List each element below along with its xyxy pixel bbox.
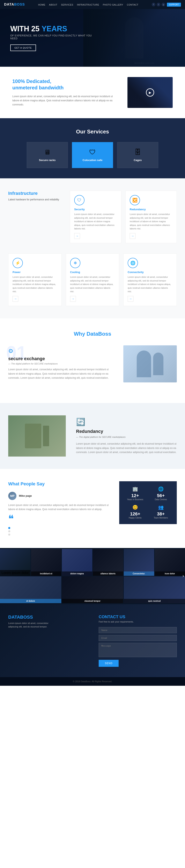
testimonial-text: Lorem ipsum dolor sit amet, consectetur … — [8, 503, 111, 512]
security-icon: 🛡 — [74, 195, 84, 205]
service-icon-0: 🖥 — [32, 149, 63, 156]
gallery-item-0: Lorem ipsum dolor — [0, 549, 30, 576]
bandwidth-section: 100% Dedicated,unmetered bandwidth Lorem… — [0, 67, 185, 118]
infra-card-cooling: ❄ Cooling Lorem ipsum dolor sit amet, co… — [66, 253, 119, 306]
stat-clients: 😊 126+ Happy Clients — [124, 505, 146, 519]
nav-about[interactable]: ABOUT — [49, 3, 57, 6]
infra-card-security: 🛡 Security Lorem ipsum dolor sit amet, c… — [70, 191, 121, 243]
testimonial-person: MP Mike page — [8, 492, 111, 500]
gallery-label-1: incididunt ut — [31, 571, 62, 576]
security-arrow[interactable]: → — [74, 233, 80, 239]
contact-email-input[interactable] — [99, 635, 177, 641]
footer-section: DATABOSS Lorem ipsum dolor sit amet, con… — [0, 604, 185, 677]
infrastructure-section: Infrastructure Latest hardware for perfo… — [0, 178, 185, 318]
play-button[interactable]: ▶ — [146, 88, 154, 97]
infra-subtitle: Latest hardware for performance and reli… — [8, 198, 62, 202]
why-image-0 — [123, 345, 177, 382]
gallery-label-8: quis nostrud — [124, 599, 185, 603]
service-label-2: Cages — [122, 159, 153, 162]
redundancy-icon: 🔀 — [130, 195, 140, 205]
clients-icon: 😊 — [124, 505, 146, 510]
stat-datacentres-number: 56+ — [150, 493, 172, 498]
infra-power-title: Power — [12, 271, 57, 274]
why-item-0: 01 ⚙ secure exchange — The digital platf… — [8, 345, 177, 382]
gallery-label-7: elusmod tempor — [62, 599, 123, 603]
contact-form: SEND — [99, 627, 177, 667]
nav-services[interactable]: SERVICES — [61, 3, 73, 6]
gallery-item-6: et dolore — [0, 577, 61, 603]
contact-title: CONTACT US — [99, 615, 177, 619]
stats-panel: 🏢 12+ Years in Business 🌐 56+ Data Centr… — [119, 481, 177, 524]
service-icon-1: 🛡 — [77, 149, 108, 156]
redundancy-section: 🔄 Redundancy — The digital platform for … — [0, 403, 185, 469]
google-icon[interactable]: g — [161, 3, 165, 6]
stat-clients-label: Happy Clients — [124, 517, 146, 519]
infra-connectivity-title: Connectivity — [128, 271, 173, 274]
redundancy-building-image — [8, 415, 66, 457]
contact-message-input[interactable] — [99, 643, 177, 657]
testimonial-dots — [8, 527, 111, 536]
hero-years: WITH 25 YEARS — [10, 25, 97, 33]
gallery-label-5: irure dolor — [155, 571, 185, 576]
nav-social: f t g — [152, 3, 165, 6]
contact-subtitle: Feel free to ask your requirements. — [99, 620, 177, 623]
infra-security-title: Security — [74, 208, 117, 211]
redundancy-title: Redundancy — [76, 429, 177, 434]
stat-team-number: 38+ — [150, 511, 172, 517]
navbar: DATABOSS HOME ABOUT SERVICES INFRASTRUCT… — [0, 0, 185, 9]
facebook-icon[interactable]: f — [152, 3, 155, 6]
gallery-next-arrow[interactable]: › — [183, 573, 184, 579]
bandwidth-image: ▶ — [127, 77, 173, 108]
connectivity-arrow[interactable]: → — [128, 296, 134, 302]
bandwidth-body: Lorem ipsum dolor sit amet, consectetur … — [12, 94, 117, 107]
dot-1[interactable] — [8, 527, 10, 529]
stat-years-number: 12+ — [124, 493, 146, 498]
why-heading-0: secure exchange — [8, 356, 115, 362]
twitter-icon[interactable]: t — [157, 3, 160, 6]
contact-name-input[interactable] — [99, 627, 177, 633]
hero-subtitle: OF EXPERIENCE, WE CAN HELP YOU FIND EXAC… — [10, 34, 97, 40]
nav-contact[interactable]: CONTACT — [127, 3, 138, 6]
dot-3[interactable] — [8, 533, 10, 536]
nav-home[interactable]: HOME — [38, 3, 45, 6]
services-cards: 🖥 Secure racks 🛡 Colocation safe 🗄 Cages — [8, 142, 177, 168]
gallery-item-7: elusmod tempor — [62, 577, 123, 603]
service-card-1: 🛡 Colocation safe — [72, 142, 113, 168]
why-tagline-0: — The digital platform for SECURE market… — [8, 363, 115, 365]
infra-connectivity-body: Lorem ipsum dolor sit amet, consectetur … — [128, 275, 173, 293]
nav-links: HOME ABOUT SERVICES INFRASTRUCTURE PHOTO… — [38, 3, 139, 6]
gallery-label-6: et dolore — [0, 599, 61, 603]
redundancy-body: Lorem ipsum dolor sit amet, consectetur … — [76, 442, 177, 454]
nav-logo: DATABOSS — [4, 2, 25, 7]
infra-power-body: Lorem ipsum dolor sit amet, consectetur … — [12, 275, 57, 293]
bandwidth-title: 100% Dedicated,unmetered bandwidth — [12, 78, 117, 91]
gallery-label-3: ullamco laboris — [93, 571, 123, 576]
redundancy-arrow[interactable]: → — [130, 233, 136, 239]
gallery-item-5: irure dolor — [155, 549, 185, 576]
nav-top-right: f t g SUPPORT — [152, 3, 181, 7]
infra-redundancy-title: Redundancy — [130, 208, 173, 211]
stat-years-label: Years in Business — [124, 498, 146, 501]
infra-card-redundancy: 🔀 Redundancy Lorem ipsum dolor sit amet,… — [125, 191, 177, 243]
gallery-label-2: dolore magna — [62, 571, 92, 576]
support-button[interactable]: SUPPORT — [167, 3, 181, 7]
service-card-2: 🗄 Cages — [117, 142, 158, 168]
service-card-0: 🖥 Secure racks — [27, 142, 68, 168]
gallery-item-4: Consectetur. — [124, 549, 154, 576]
cooling-arrow[interactable]: → — [70, 296, 76, 302]
datacentres-icon: 🌐 — [150, 487, 172, 492]
hero-section: WITH 25 YEARS OF EXPERIENCE, WE CAN HELP… — [0, 9, 185, 67]
cooling-icon: ❄ — [70, 258, 80, 268]
gallery-label-0: Lorem ipsum dolor — [0, 570, 30, 576]
nav-photo-gallery[interactable]: PHOTO GALLERY — [103, 3, 123, 6]
stat-datacentres: 🌐 56+ Data Centres — [150, 487, 172, 501]
nav-infrastructure[interactable]: INFRASTRUCTURE — [77, 3, 99, 6]
avatar: MP — [8, 492, 16, 500]
power-arrow[interactable]: → — [12, 296, 18, 302]
footer-logo: DATABOSS — [8, 615, 86, 620]
get-quote-button[interactable]: GET A QUOTE — [10, 44, 36, 51]
stat-clients-number: 126+ — [124, 511, 146, 517]
gallery-item-1: incididunt ut — [31, 549, 62, 576]
dot-2[interactable] — [8, 530, 10, 532]
send-button[interactable]: SEND — [99, 660, 119, 667]
